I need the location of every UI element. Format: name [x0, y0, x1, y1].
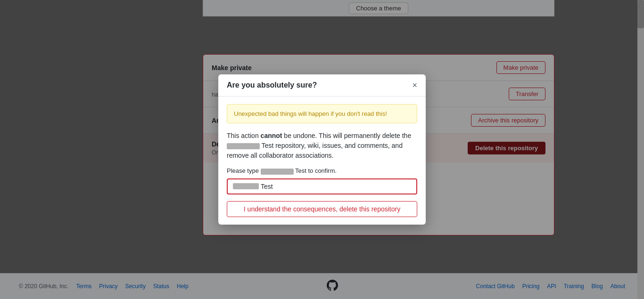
confirm-type-label: Please type Test to confirm.	[227, 167, 417, 174]
modal-header: Are you absolutely sure? ×	[218, 74, 426, 97]
repo-name-blur-2	[261, 169, 294, 175]
confirm-label-repo: Test	[295, 167, 306, 174]
modal-overlay: Are you absolutely sure? × Unexpected ba…	[0, 0, 644, 299]
confirm-delete-modal: Are you absolutely sure? × Unexpected ba…	[218, 74, 426, 224]
confirm-delete-button[interactable]: I understand the consequences, delete th…	[227, 201, 417, 217]
modal-title: Are you absolutely sure?	[227, 81, 317, 89]
modal-body: Unexpected bad things will happen if you…	[218, 97, 426, 224]
confirm-input-wrapper	[227, 178, 417, 194]
body-text-part1: This action	[227, 132, 261, 139]
modal-body-text: This action cannot be undone. This will …	[227, 131, 417, 161]
confirm-label-post: to confirm.	[308, 167, 337, 174]
confirm-label-pre: Please type	[227, 167, 259, 174]
confirm-input[interactable]	[259, 183, 411, 190]
input-blur-prefix	[233, 183, 259, 189]
modal-close-button[interactable]: ×	[412, 81, 417, 89]
input-row	[228, 180, 416, 193]
body-text-bold: cannot	[261, 132, 282, 139]
body-text-part2: be undone. This will permanently delete …	[282, 132, 411, 139]
warning-banner: Unexpected bad things will happen if you…	[227, 104, 417, 123]
repo-name-blur-1	[227, 143, 260, 149]
